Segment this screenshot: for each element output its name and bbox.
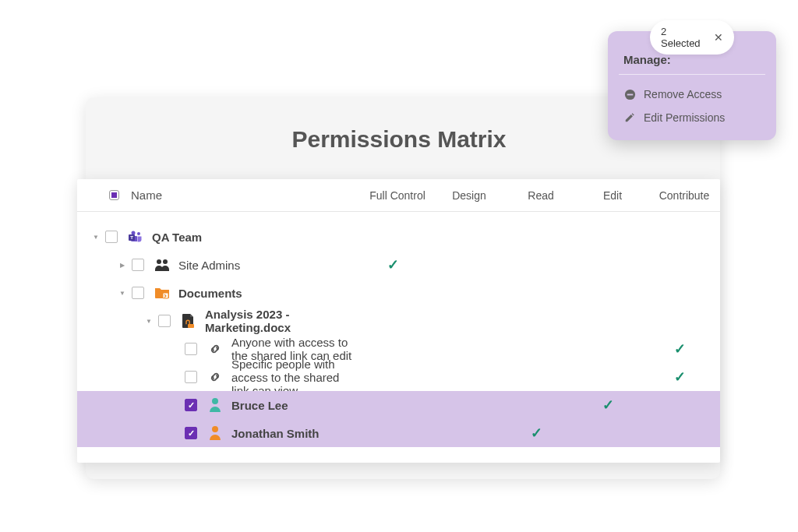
- edit-icon: [623, 111, 636, 124]
- column-full-control: Full Control: [362, 189, 433, 202]
- permission-cell: [357, 368, 429, 386]
- permission-cell: ✓: [644, 368, 715, 386]
- permission-cell: [429, 425, 500, 442]
- permission-cell: ✓: [357, 256, 429, 273]
- permission-cell: [500, 256, 572, 273]
- selection-count-label: 2 Selected: [661, 26, 701, 49]
- expand-toggle-icon[interactable]: [144, 318, 154, 325]
- permission-cell: [500, 340, 572, 358]
- row-checkbox[interactable]: [132, 287, 144, 299]
- expand-toggle-icon[interactable]: [118, 290, 127, 297]
- column-edit: Edit: [577, 189, 648, 202]
- row-label: Site Admins: [178, 259, 357, 272]
- row-label: Analysis 2023 - Marketing.docx: [205, 308, 357, 334]
- link-icon: [207, 340, 224, 358]
- row-label: Bruce Lee: [231, 399, 357, 412]
- table-row[interactable]: Documents: [77, 279, 720, 307]
- row-checkbox[interactable]: [185, 427, 197, 439]
- row-checkbox[interactable]: [185, 371, 197, 383]
- folder-icon: [154, 284, 171, 301]
- group-icon: [154, 256, 171, 273]
- svg-point-4: [157, 259, 161, 264]
- remove-icon: [623, 88, 636, 100]
- remove-access-item[interactable]: Remove Access: [619, 83, 765, 106]
- permission-cell: [500, 396, 572, 414]
- table-header: Name Full Control Design Read Edit Contr…: [77, 179, 720, 212]
- table-row[interactable]: Analysis 2023 - Marketing.docx: [77, 307, 720, 335]
- permission-cell: [572, 256, 644, 273]
- svg-rect-7: [188, 324, 194, 328]
- table-row[interactable]: Site Admins✓: [77, 251, 720, 279]
- teams-icon: T: [127, 228, 144, 245]
- row-checkbox[interactable]: [185, 343, 197, 355]
- row-checkbox[interactable]: [132, 259, 144, 271]
- svg-text:T: T: [130, 235, 133, 240]
- permission-cell: ✓: [500, 425, 572, 442]
- table-row[interactable]: TQA Team: [77, 223, 720, 251]
- permission-cell: [357, 396, 429, 414]
- manage-popup: 2 Selected ✕ Manage: Remove Access Edit …: [608, 31, 776, 140]
- permission-cell: [572, 340, 644, 358]
- svg-point-9: [212, 426, 218, 432]
- close-icon[interactable]: ✕: [714, 31, 723, 44]
- selection-pill: 2 Selected ✕: [650, 20, 734, 55]
- permission-cell: [644, 396, 715, 414]
- svg-point-5: [163, 259, 168, 264]
- popup-header: Manage:: [623, 53, 765, 66]
- expand-toggle-icon[interactable]: [118, 262, 127, 269]
- row-label: Jonathan Smith: [231, 427, 357, 440]
- column-design: Design: [433, 189, 505, 202]
- permission-cell: [429, 396, 500, 414]
- file-icon: [180, 312, 197, 329]
- row-label: Documents: [178, 287, 357, 300]
- row-label: QA Team: [152, 231, 357, 244]
- edit-permissions-item[interactable]: Edit Permissions: [619, 106, 765, 129]
- permission-cell: [644, 256, 715, 273]
- svg-point-0: [132, 231, 136, 235]
- svg-point-8: [212, 398, 218, 404]
- permission-cell: [500, 368, 572, 386]
- permission-cell: [357, 340, 429, 358]
- popup-divider: [619, 74, 765, 75]
- svg-point-1: [137, 232, 140, 235]
- person-teal-icon: [207, 396, 224, 414]
- permission-cell: [357, 425, 429, 442]
- select-all-checkbox[interactable]: [110, 191, 118, 199]
- row-checkbox[interactable]: [185, 399, 197, 411]
- table-row[interactable]: Jonathan Smith✓: [77, 419, 720, 447]
- column-contribute: Contribute: [648, 189, 720, 202]
- popup-item-label: Remove Access: [644, 88, 722, 100]
- permission-cell: [429, 368, 500, 386]
- permissions-matrix: Name Full Control Design Read Edit Contr…: [77, 179, 720, 463]
- column-name: Name: [131, 188, 362, 202]
- permission-cell: [429, 256, 500, 273]
- permission-cell: [644, 425, 715, 442]
- permission-cell: [572, 368, 644, 386]
- table-row[interactable]: Bruce Lee✓: [77, 391, 720, 419]
- permission-cell: ✓: [644, 340, 715, 358]
- column-read: Read: [505, 189, 577, 202]
- row-checkbox[interactable]: [158, 315, 171, 327]
- svg-rect-11: [627, 93, 633, 95]
- row-checkbox[interactable]: [105, 231, 118, 243]
- link-icon: [207, 368, 224, 386]
- table-row[interactable]: Anyone with access to the shared link ca…: [77, 335, 720, 363]
- permission-cell: [429, 340, 500, 358]
- popup-item-label: Edit Permissions: [644, 111, 725, 124]
- expand-toggle-icon[interactable]: [91, 234, 101, 241]
- table-row[interactable]: Specific people with access to the share…: [77, 363, 720, 391]
- permission-cell: ✓: [572, 396, 644, 414]
- person-orange-icon: [207, 425, 224, 442]
- permission-cell: [572, 425, 644, 442]
